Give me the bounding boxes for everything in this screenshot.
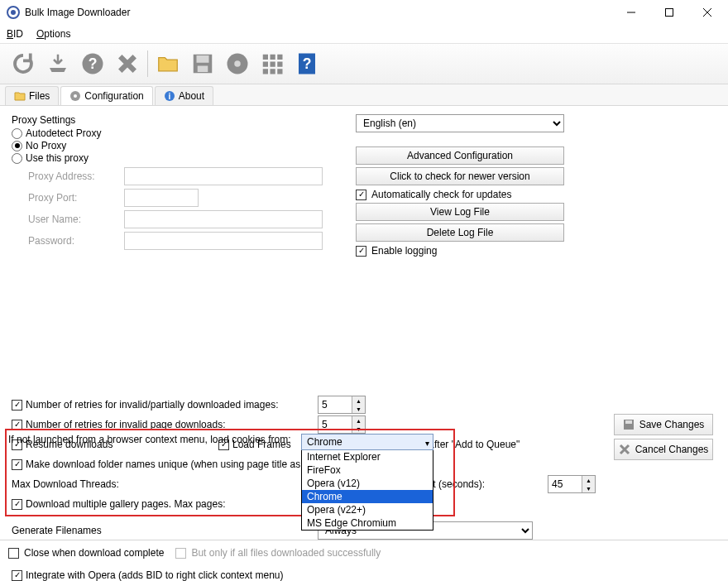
close-button[interactable] [688,0,726,25]
help-icon[interactable]: ? [76,47,109,80]
svg-rect-10 [198,66,208,73]
dropdown-option-selected[interactable]: Chrome [302,490,433,503]
minimize-button[interactable] [612,0,650,25]
svg-text:?: ? [303,55,312,72]
toolbar: ? ? [0,44,728,84]
about-icon[interactable]: ? [290,47,323,80]
cancel-changes-button[interactable]: Cancel Changes [614,439,713,460]
proxy-address-input[interactable] [124,167,323,185]
folder-icon[interactable] [151,47,184,80]
password-input[interactable] [124,232,323,250]
dropdown-option[interactable]: Internet Explorer [302,450,433,463]
check-version-button[interactable]: Click to check for newer version [356,167,564,185]
proxy-port-label: Proxy Port: [28,192,119,204]
folder-small-icon [14,90,26,102]
gear-icon[interactable] [221,47,254,80]
read-timeout-input[interactable]: 45▲▼ [548,475,596,493]
cancel-icon [619,444,630,455]
svg-rect-14 [271,55,275,60]
svg-rect-15 [277,55,282,60]
download-icon[interactable] [41,47,74,80]
menu-options[interactable]: Options [36,28,70,40]
auto-update-checkbox[interactable] [356,190,366,200]
app-icon [7,6,20,19]
radio-use-proxy[interactable]: Use this proxy [12,152,334,164]
svg-rect-16 [263,62,268,67]
titlebar: Bulk Image Downloader [0,0,728,25]
svg-rect-21 [277,69,282,74]
close-complete-checkbox[interactable] [8,548,19,559]
info-icon: i [164,90,175,102]
svg-rect-19 [263,69,268,74]
retries-invalid-input[interactable]: 5▲▼ [318,396,366,414]
retries-invalid-checkbox[interactable] [12,400,22,411]
dropdown-option[interactable]: FireFox [302,463,433,477]
tab-configuration[interactable]: Configuration [60,86,152,105]
proxy-port-input[interactable] [124,189,199,207]
tab-row: Files Configuration i About [0,84,728,106]
svg-point-12 [234,60,241,67]
tab-files[interactable]: Files [5,86,59,105]
menubar: BID Options [0,25,728,44]
dropdown-option[interactable]: Opera (v12) [302,477,433,490]
proxy-settings-group: Proxy Settings Autodetect Proxy No Proxy… [12,114,334,250]
view-log-button[interactable]: View Log File [356,203,564,221]
menu-bid[interactable]: BID [7,28,23,40]
dropdown-list: Internet Explorer FireFox Opera (v12) Ch… [301,450,433,531]
svg-point-25 [74,94,77,98]
proxy-legend: Proxy Settings [12,114,334,126]
save-icon[interactable] [186,47,219,80]
enable-logging-checkbox[interactable] [356,246,366,257]
grid-icon[interactable] [256,47,289,80]
advanced-config-button[interactable]: Advanced Configuration [356,146,564,165]
svg-point-1 [11,10,16,15]
svg-rect-13 [263,55,268,60]
svg-text:?: ? [89,55,98,72]
proxy-addr-label: Proxy Address: [28,170,119,182]
right-column: English (en) Advanced Configuration Clic… [356,114,695,257]
dropdown-selected[interactable]: Chrome [301,434,433,450]
integrate-opera-checkbox[interactable] [12,570,22,581]
maximize-button[interactable] [650,0,688,25]
gear-small-icon [69,90,81,102]
gen-filenames-label: Generate Filenames [12,525,102,536]
save-changes-button[interactable]: Save Changes [614,414,713,435]
svg-rect-17 [271,62,275,67]
browser-cookies-dropdown[interactable]: Chrome Internet Explorer FireFox Opera (… [301,434,433,531]
status-bar: Close when download complete But only if… [0,540,728,565]
svg-text:i: i [168,92,170,101]
password-label: Password: [28,235,119,247]
svg-rect-9 [197,55,209,63]
svg-rect-29 [625,420,632,424]
svg-rect-20 [271,69,275,74]
svg-rect-18 [277,62,282,67]
dropdown-option[interactable]: Opera (v22+) [302,503,433,516]
config-panel: Proxy Settings Autodetect Proxy No Proxy… [0,106,728,565]
delete-icon[interactable] [111,47,144,80]
radio-no-proxy[interactable]: No Proxy [12,140,334,151]
refresh-icon[interactable] [7,47,40,80]
delete-log-button[interactable]: Delete Log File [356,223,564,242]
cookies-label: If not launched from a browser context m… [8,434,298,445]
save-cancel-group: Save Changes Cancel Changes [614,414,713,460]
user-name-label: User Name: [28,214,119,225]
only-if-checkbox [175,548,186,559]
radio-autodetect[interactable]: Autodetect Proxy [12,127,334,139]
tab-about[interactable]: i About [155,86,213,105]
window-title: Bulk Image Downloader [25,7,612,18]
language-select[interactable]: English (en) [356,114,564,132]
username-input[interactable] [124,210,323,228]
save-small-icon [623,419,635,430]
dropdown-option[interactable]: MS Edge Chromium [302,516,433,530]
svg-rect-3 [666,9,673,17]
